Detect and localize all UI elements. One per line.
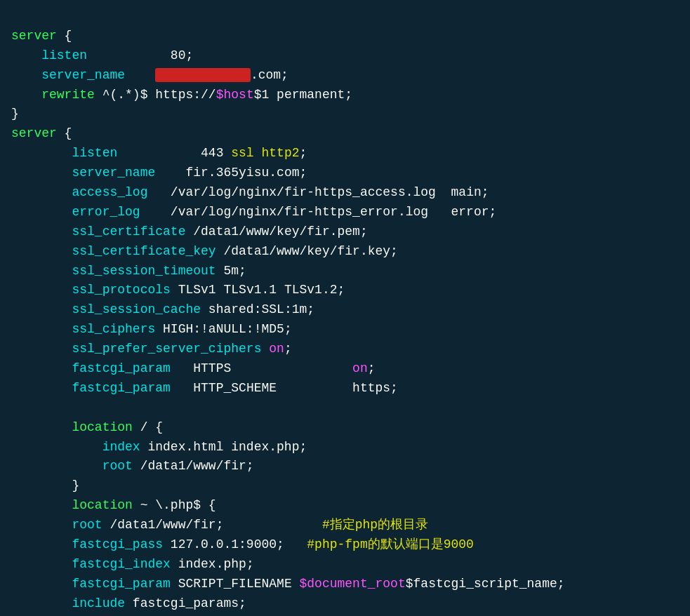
redacted-domain xyxy=(155,68,251,82)
kw-error-log: error_log xyxy=(72,205,140,219)
kw-location2: location xyxy=(72,498,132,512)
kw-include: include xyxy=(72,596,125,610)
kw-ssl-session-cache: ssl_session_cache xyxy=(72,302,201,316)
kw-fastcgi-index: fastcgi_index xyxy=(72,557,170,571)
kw-ssl: ssl xyxy=(231,146,253,160)
val-on1: on xyxy=(269,342,284,356)
val-on2: on xyxy=(352,361,368,375)
kw-fastcgi-param1: fastcgi_param xyxy=(72,361,170,375)
kw-fastcgi-param3: fastcgi_param xyxy=(72,577,170,591)
code-editor: server { listen 80; server_name .com; re… xyxy=(11,7,679,616)
var-document-root: $document_root xyxy=(300,577,406,591)
keyword-server2: server xyxy=(11,126,57,140)
kw-listen1: listen xyxy=(41,48,87,62)
kw-rewrite: rewrite xyxy=(41,88,95,102)
kw-ssl-session-timeout: ssl_session_timeout xyxy=(72,264,215,278)
var-host: $host xyxy=(216,88,254,102)
kw-ssl-cert: ssl_certificate xyxy=(72,225,185,239)
kw-fastcgi-param2: fastcgi_param xyxy=(72,381,170,395)
kw-root2: root xyxy=(72,518,102,532)
kw-root1: root xyxy=(102,459,133,473)
kw-http2: http2 xyxy=(261,146,299,160)
comment-root: #指定php的根目录 xyxy=(322,518,428,532)
kw-fastcgi-pass: fastcgi_pass xyxy=(72,537,163,551)
kw-ssl-prefer: ssl_prefer_server_ciphers xyxy=(72,342,261,356)
kw-location1: location xyxy=(72,420,132,434)
kw-listen2: listen xyxy=(72,146,117,160)
kw-access-log: access_log xyxy=(72,185,147,199)
kw-index: index xyxy=(102,440,140,454)
kw-server-name2: server_name xyxy=(72,166,155,180)
kw-ssl-cert-key: ssl_certificate_key xyxy=(72,244,215,258)
kw-ssl-protocols: ssl_protocols xyxy=(72,283,170,297)
comment-fpm: #php-fpm的默认端口是9000 xyxy=(307,537,474,551)
kw-ssl-ciphers: ssl_ciphers xyxy=(72,322,155,336)
keyword-server1: server xyxy=(11,29,57,43)
kw-server-name1: server_name xyxy=(41,68,125,82)
